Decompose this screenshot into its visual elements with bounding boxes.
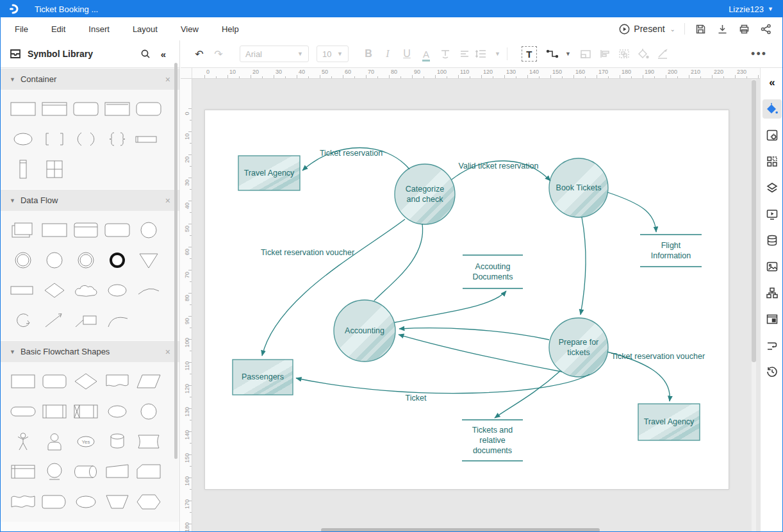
download-icon[interactable] (716, 22, 729, 35)
flow-accounting-to-accouting-documents[interactable] (395, 291, 506, 322)
fill-color-icon[interactable] (634, 45, 653, 63)
container-tool-icon[interactable] (576, 45, 595, 63)
shape-parens[interactable] (70, 124, 101, 154)
shape-flag[interactable] (7, 486, 38, 517)
shape-stored-x[interactable] (70, 396, 101, 426)
text-effect-icon[interactable] (436, 45, 455, 63)
section-collapse-icon[interactable]: ▼ (10, 76, 15, 83)
shape-triangle-down[interactable] (133, 245, 164, 275)
shape-circle[interactable] (133, 215, 164, 245)
shape-arc[interactable] (133, 275, 164, 305)
shape-inv-trapezoid[interactable] (101, 486, 133, 517)
node-book-tickets[interactable] (549, 158, 608, 217)
share-icon[interactable] (759, 22, 772, 35)
font-family-select[interactable]: Arial▼ (240, 46, 309, 62)
shape-ellipse[interactable] (101, 396, 133, 426)
redo-icon[interactable]: ↷ (209, 45, 228, 63)
flow-book-tickets-to-flight-information[interactable] (607, 192, 656, 232)
shape-h-cylinder[interactable] (70, 456, 101, 486)
node-travel-agency-2[interactable] (638, 404, 700, 440)
shape-decision[interactable] (70, 366, 101, 396)
app-logo-icon[interactable] (6, 3, 23, 15)
line-spacing-icon[interactable]: ▼ (474, 45, 500, 63)
align-objects-icon[interactable] (595, 45, 614, 63)
shape-process[interactable] (7, 366, 38, 396)
menu-insert[interactable]: Insert (88, 24, 110, 34)
line-style-icon[interactable] (653, 45, 672, 63)
node-flight-information[interactable] (640, 235, 702, 267)
collapse-library-icon[interactable]: « (156, 47, 170, 61)
italic-icon[interactable]: I (378, 45, 397, 63)
org-chart-icon[interactable] (762, 283, 782, 303)
shape-rect-topline[interactable] (101, 94, 133, 124)
align-text-icon[interactable] (455, 45, 474, 63)
shape-rect[interactable] (7, 94, 38, 124)
node-travel-agency-1[interactable] (238, 156, 300, 190)
shape-brackets[interactable] (38, 124, 70, 154)
connector-tool-icon[interactable]: ▼ (546, 45, 571, 63)
shape-h-bar[interactable] (133, 124, 164, 154)
canvas-area[interactable]: 0102030405060708090100110120130140150160… (181, 68, 760, 532)
node-accounting[interactable] (334, 300, 395, 362)
node-prepare-tickets[interactable] (549, 318, 608, 377)
shape-card[interactable] (133, 426, 164, 456)
shape-database[interactable] (101, 426, 133, 456)
flow-prepare-tickets-to-tickets-documents[interactable] (495, 371, 560, 418)
component-icon[interactable] (762, 310, 782, 329)
history-icon[interactable] (762, 362, 782, 381)
shape-bold-circle[interactable] (101, 245, 133, 275)
bold-icon[interactable]: B (359, 45, 378, 63)
shape-loop-arrow[interactable] (7, 305, 38, 335)
user-name[interactable]: Lizzie123 (729, 4, 764, 14)
shape-curve[interactable] (101, 305, 133, 335)
shape-braces[interactable] (101, 124, 133, 154)
text-tool-icon[interactable]: T (522, 46, 537, 62)
menu-layout[interactable]: Layout (133, 24, 158, 34)
shape-rect-thin[interactable] (7, 275, 38, 305)
data-icon[interactable] (762, 231, 782, 250)
section-close-icon[interactable]: × (165, 347, 170, 357)
node-accouting-documents[interactable] (463, 255, 523, 288)
shape-rounded-process[interactable] (38, 366, 70, 396)
shape-cloud[interactable] (70, 275, 101, 305)
shape-document[interactable] (101, 366, 133, 396)
font-color-icon[interactable]: A (416, 45, 436, 63)
canvas-hscrollbar[interactable] (321, 528, 600, 532)
section-collapse-icon[interactable]: ▼ (10, 349, 15, 355)
shape-cut-rect[interactable] (133, 456, 164, 486)
more-options-icon[interactable]: ••• (751, 47, 767, 61)
menu-edit[interactable]: Edit (51, 24, 65, 34)
shape-rounded-rect[interactable] (70, 94, 101, 124)
underline-icon[interactable]: U (397, 45, 416, 63)
shape-circle[interactable] (133, 396, 164, 426)
layers-icon[interactable] (762, 178, 782, 197)
shape-circle-underline[interactable] (38, 456, 70, 486)
collapse-sidebar-icon[interactable]: « (762, 73, 782, 92)
shape-circle[interactable] (38, 245, 70, 275)
shape-diamond[interactable] (38, 275, 70, 305)
node-categorize[interactable] (395, 164, 455, 224)
save-icon[interactable] (694, 22, 707, 35)
shape-user[interactable] (38, 426, 70, 456)
connector-format-icon[interactable] (762, 336, 782, 355)
shape-rect-header[interactable] (38, 94, 70, 124)
font-size-select[interactable]: 10▼ (317, 46, 349, 62)
section-header-data-flow[interactable]: ▼Data Flow× (1, 190, 179, 211)
user-menu-caret-icon[interactable]: ▼ (768, 6, 773, 12)
shape-hexagon[interactable] (133, 486, 164, 517)
shape-ellipse[interactable] (7, 124, 38, 154)
node-tickets-documents[interactable] (462, 420, 523, 461)
section-header-container[interactable]: ▼Container× (1, 69, 179, 90)
print-icon[interactable] (738, 22, 750, 35)
menu-file[interactable]: File (15, 24, 28, 34)
present-button[interactable]: Present (619, 24, 664, 35)
flow-book-tickets-to-prepare-tickets[interactable] (581, 217, 586, 315)
shape-callout-rect[interactable] (70, 305, 101, 335)
shape-predefined[interactable] (38, 396, 70, 426)
shape-double-circle[interactable] (7, 245, 38, 275)
group-icon[interactable] (614, 45, 634, 63)
search-icon[interactable] (138, 47, 152, 61)
menu-help[interactable]: Help (222, 24, 239, 34)
shape-rect[interactable] (38, 215, 70, 245)
drawing-page[interactable]: Travel AgencyCategorize and checkBook Ti… (204, 110, 729, 490)
